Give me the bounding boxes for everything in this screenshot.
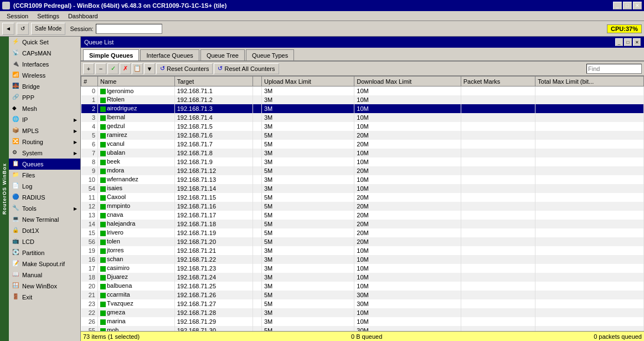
sidebar-item-mpls[interactable]: 📦 MPLS ▶ [9, 125, 80, 136]
cell-download: 10M [354, 149, 461, 157]
table-row[interactable]: 7 ubalan 192.168.71.8 3M 10M [81, 149, 644, 157]
queue-close-button[interactable]: ✕ [633, 38, 641, 46]
sidebar-item-files[interactable]: 📁 Files [9, 170, 80, 181]
sidebar-item-queues[interactable]: 📋 Queues [9, 159, 80, 170]
table-row[interactable]: 23 Tvazquez 192.168.71.27 5M 30M [81, 299, 644, 308]
disable-button[interactable]: ✗ [120, 63, 131, 74]
sidebar-item-wireless[interactable]: 📶 Wireless [9, 70, 80, 81]
table-row[interactable]: 3 lbernal 192.168.71.4 3M 10M [81, 113, 644, 122]
find-input[interactable] [586, 64, 642, 74]
sidebar-item-radius[interactable]: 🔵 RADIUS [9, 192, 80, 203]
table-row[interactable]: 9 mdora 192.168.71.12 5M 20M [81, 166, 644, 175]
menu-settings[interactable]: Settings [33, 12, 64, 21]
sidebar-label-dot1x: Dot1X [22, 227, 39, 234]
sidebar-item-exit[interactable]: 🚪 Exit [9, 292, 80, 303]
sidebar-item-log[interactable]: 📄 Log [9, 181, 80, 192]
filter-button[interactable]: ▼ [144, 63, 155, 74]
sidebar-item-routing[interactable]: 🔀 Routing ▶ [9, 136, 80, 147]
table-row[interactable]: 4 gedzul 192.168.71.5 3M 10M [81, 122, 644, 131]
cell-name: casimiro [98, 264, 175, 273]
table-row[interactable]: 1 Rtolen 192.168.71.2 3M 10M [81, 95, 644, 104]
tab-queue-tree[interactable]: Queue Tree [200, 49, 245, 60]
table-row[interactable]: 17 casimiro 192.168.71.23 3M 10M [81, 264, 644, 273]
col-total-max[interactable]: Total Max Limit (bit... [535, 77, 644, 86]
maximize-button[interactable]: □ [623, 2, 632, 9]
queue-maximize-button[interactable]: □ [624, 38, 632, 46]
table-row[interactable]: 21 ccarmita 192.168.71.26 5M 30M [81, 291, 644, 299]
sidebar-item-tools[interactable]: 🔧 Tools ▶ [9, 203, 80, 214]
exit-icon: 🚪 [12, 293, 20, 301]
table-row[interactable]: 8 beek 192.168.71.9 3M 10M [81, 157, 644, 166]
tab-queue-types[interactable]: Queue Types [246, 49, 294, 60]
reset-all-counters-button[interactable]: ↺ Reset All Counters [214, 63, 279, 74]
sidebar-item-lcd[interactable]: 📺 LCD [9, 236, 80, 247]
table-row[interactable]: 0 lgeronimo 192.168.71.1 3M 10M [81, 86, 644, 95]
sidebar-item-bridge[interactable]: 🌉 Bridge [9, 81, 80, 92]
table-row[interactable]: 56 tolen 192.168.71.20 5M 20M [81, 237, 644, 246]
table-row[interactable]: 14 halejandra 192.168.71.18 5M 20M [81, 220, 644, 228]
mesh-icon: ◆ [12, 105, 20, 113]
sidebar-item-make-supout[interactable]: 📝 Make Supout.rif [9, 258, 80, 269]
table-row[interactable]: 18 Djuarez 192.168.71.24 3M 10M [81, 273, 644, 282]
table-row[interactable]: 10 wfernandez 192.168.71.13 3M 10M [81, 175, 644, 184]
cell-packet-marks [461, 237, 535, 246]
cell-total-max [535, 86, 644, 95]
sidebar-item-ip[interactable]: 🌐 IP ▶ [9, 114, 80, 125]
sidebar-item-quick-set[interactable]: ⚡ Quick Set [9, 37, 80, 48]
row-status-icon [100, 89, 106, 94]
tab-interface-queues[interactable]: Interface Queues [140, 49, 199, 60]
sidebar-item-interfaces[interactable]: 🔌 Interfaces [9, 59, 80, 70]
copy-button[interactable]: 📋 [132, 63, 143, 74]
col-upload[interactable]: Upload Max Limit [261, 77, 354, 86]
col-target[interactable]: Target [174, 77, 253, 86]
remove-button[interactable]: − [95, 63, 106, 74]
sidebar-item-manual[interactable]: 📖 Manual [9, 269, 80, 281]
menu-session[interactable]: Session [2, 12, 33, 21]
sidebar-item-new-terminal[interactable]: 💻 New Terminal [9, 214, 80, 225]
table-row[interactable]: 2 airodriguez 192.168.71.3 3M 10M [81, 104, 644, 113]
cell-target: 192.168.71.28 [174, 308, 253, 317]
sidebar-item-ppp[interactable]: 🔗 PPP [9, 92, 80, 103]
forward-button[interactable]: ↺ [17, 23, 29, 35]
table-row[interactable]: 54 isaies 192.168.71.14 3M 10M [81, 184, 644, 193]
table-row[interactable]: 16 schan 192.168.71.22 3M 10M [81, 255, 644, 264]
sidebar-item-mesh[interactable]: ◆ Mesh [9, 103, 80, 114]
col-packet-marks[interactable]: Packet Marks [461, 77, 535, 86]
tab-simple-queues[interactable]: Simple Queues [83, 49, 139, 60]
minimize-button[interactable]: _ [613, 2, 622, 9]
menu-dashboard[interactable]: Dashboard [64, 12, 102, 21]
cell-target: 192.168.71.8 [174, 149, 253, 157]
table-row[interactable]: 20 balbuena 192.168.71.25 3M 10M [81, 282, 644, 291]
col-download[interactable]: Download Max Limit [354, 77, 461, 86]
queue-minimize-button[interactable]: _ [615, 38, 623, 46]
table-row[interactable]: 22 gmeza 192.168.71.28 3M 10M [81, 308, 644, 317]
table-row[interactable]: 13 cnava 192.168.71.17 5M 20M [81, 211, 644, 220]
session-input[interactable] [96, 24, 162, 34]
table-row[interactable]: 19 jtorres 192.168.71.21 3M 10M [81, 246, 644, 255]
table-row[interactable]: 5 ramirez 192.168.71.6 5M 20M [81, 131, 644, 140]
cell-num: 0 [81, 86, 98, 95]
safe-mode-button[interactable]: Safe Mode [31, 23, 65, 35]
cell-total-max [535, 273, 644, 282]
table-row[interactable]: 15 lrivero 192.168.71.19 5M 20M [81, 228, 644, 237]
sidebar-item-new-winbox[interactable]: 🪟 New WinBox [9, 281, 80, 292]
table-row[interactable]: 12 mmpinto 192.168.71.16 5M 20M [81, 202, 644, 211]
cell-upload: 3M [261, 149, 354, 157]
sidebar-item-dot1x[interactable]: 🔒 Dot1X [9, 225, 80, 236]
cell-num: 1 [81, 95, 98, 104]
col-num[interactable]: # [81, 77, 98, 86]
close-button[interactable]: ✕ [633, 2, 642, 9]
sidebar-item-capsman[interactable]: 📡 CAPsMAN [9, 48, 80, 59]
sidebar-item-system[interactable]: ⚙ System ▶ [9, 147, 80, 159]
back-button[interactable]: ◄ [2, 23, 14, 35]
col-name[interactable]: Name [98, 77, 175, 86]
sidebar-item-partition[interactable]: 💽 Partition [9, 247, 80, 258]
reset-counters-button[interactable]: ↺ Reset Counters [156, 63, 213, 74]
add-button[interactable]: + [83, 63, 94, 74]
capsman-icon: 📡 [12, 49, 20, 57]
table-row[interactable]: 11 Caxool 192.168.71.15 5M 20M [81, 193, 644, 202]
table-row[interactable]: 6 vcanul 192.168.71.7 5M 20M [81, 140, 644, 149]
table-row[interactable]: 26 marina 192.168.71.29 3M 10M [81, 317, 644, 326]
table-row[interactable]: 55 moh 192.168.71.30 5M 30M [81, 326, 644, 332]
enable-button[interactable]: ✓ [107, 63, 119, 74]
